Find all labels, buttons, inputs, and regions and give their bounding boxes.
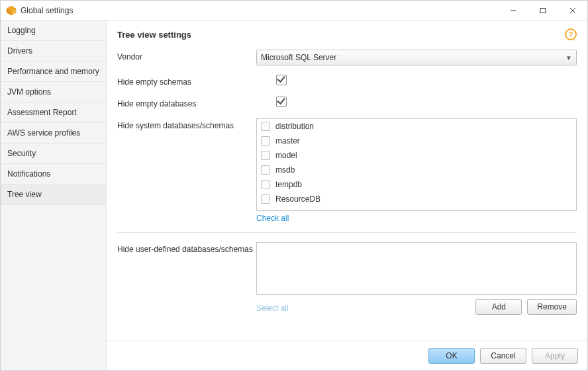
sidebar-item-aws-profiles[interactable]: AWS service profiles <box>1 123 106 144</box>
app-icon <box>6 5 17 16</box>
dialog-footer: OK Cancel Apply <box>107 341 587 370</box>
global-settings-window: Global settings Logging Drivers Performa… <box>0 0 588 371</box>
hide-empty-databases-label: Hide empty databases <box>117 97 256 108</box>
apply-button[interactable]: Apply <box>532 348 578 364</box>
checkbox-model[interactable] <box>261 151 270 160</box>
user-databases-listbox[interactable] <box>256 242 577 295</box>
vendor-combobox[interactable]: Microsoft SQL Server ▼ <box>256 50 577 65</box>
sidebar-item-security[interactable]: Security <box>1 144 106 164</box>
checkbox-resourcedb[interactable] <box>261 194 270 204</box>
check-all-link[interactable]: Check all <box>256 214 289 223</box>
system-databases-listbox[interactable]: distribution master model <box>256 118 577 211</box>
remove-button[interactable]: Remove <box>527 299 577 315</box>
chevron-down-icon: ▼ <box>565 54 572 62</box>
list-item-label: tempdb <box>275 180 302 189</box>
divider <box>117 232 577 233</box>
help-icon[interactable]: ? <box>565 28 577 40</box>
list-item-label: distribution <box>275 122 314 131</box>
maximize-button[interactable] <box>528 1 558 20</box>
vendor-label: Vendor <box>117 50 256 62</box>
sidebar-item-jvm-options[interactable]: JVM options <box>1 82 106 103</box>
add-button[interactable]: Add <box>475 299 522 315</box>
sidebar-item-performance[interactable]: Performance and memory <box>1 62 106 82</box>
hide-system-label: Hide system databases/schemas <box>117 118 256 130</box>
ok-button[interactable]: OK <box>428 348 475 364</box>
sidebar-item-tree-view[interactable]: Tree view <box>1 185 106 205</box>
sidebar-item-logging[interactable]: Logging <box>1 21 106 41</box>
hide-user-label: Hide user-defined databases/schemas <box>117 242 256 254</box>
page-title: Tree view settings <box>117 30 565 40</box>
hide-empty-databases-checkbox[interactable] <box>276 97 287 107</box>
checkbox-msdb[interactable] <box>261 165 270 175</box>
minimize-button[interactable] <box>498 1 528 20</box>
close-button[interactable] <box>558 1 587 20</box>
content: Tree view settings ? Vendor Microsoft SQ… <box>107 21 587 370</box>
window-title: Global settings <box>21 6 73 15</box>
cancel-button[interactable]: Cancel <box>480 348 526 364</box>
list-item-label: master <box>275 136 300 145</box>
titlebar: Global settings <box>1 1 587 21</box>
svg-text:?: ? <box>569 30 573 38</box>
sidebar-item-notifications[interactable]: Notifications <box>1 164 106 185</box>
select-all-link[interactable]: Select all <box>256 304 289 313</box>
sidebar: Logging Drivers Performance and memory J… <box>1 21 107 370</box>
checkbox-tempdb[interactable] <box>261 180 270 189</box>
list-item[interactable]: msdb <box>257 163 576 177</box>
hide-empty-schemas-label: Hide empty schemas <box>117 75 256 87</box>
svg-rect-4 <box>540 8 546 13</box>
list-item-label: msdb <box>275 165 295 175</box>
checkbox-distribution[interactable] <box>261 122 270 131</box>
list-item[interactable]: master <box>257 134 576 148</box>
list-item-label: model <box>275 151 297 160</box>
vendor-value: Microsoft SQL Server <box>261 53 565 62</box>
sidebar-item-assessment[interactable]: Assessment Report <box>1 103 106 123</box>
sidebar-item-drivers[interactable]: Drivers <box>1 41 106 62</box>
list-item[interactable]: model <box>257 148 576 163</box>
hide-empty-schemas-checkbox[interactable] <box>276 75 287 85</box>
list-item[interactable]: tempdb <box>257 177 576 192</box>
list-item[interactable]: distribution <box>257 119 576 134</box>
checkbox-master[interactable] <box>261 136 270 145</box>
list-item-label: ResourceDB <box>275 194 320 204</box>
list-item[interactable]: ResourceDB <box>257 192 576 206</box>
